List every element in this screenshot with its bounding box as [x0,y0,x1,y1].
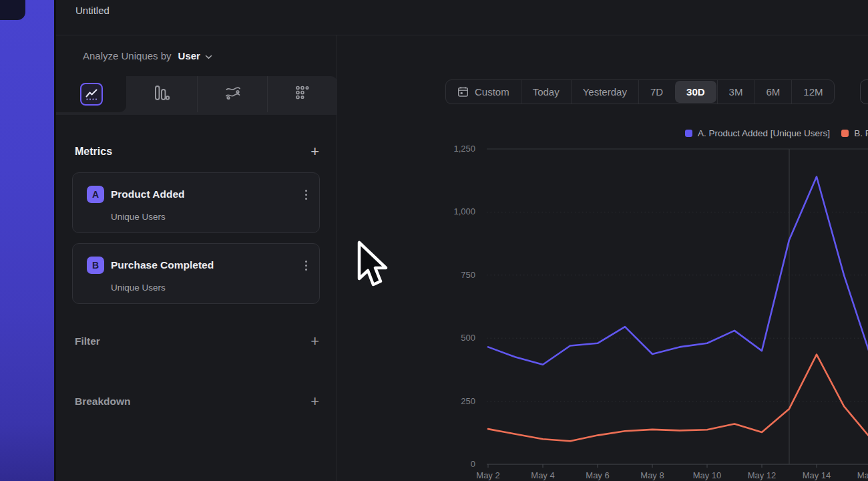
grid-chart-icon [294,85,310,104]
x-axis-label: May 16 [850,470,868,480]
metric-a-options-button[interactable] [304,188,308,201]
legend-item-a[interactable]: A. Product Added [Unique Users] [685,128,830,138]
x-axis-label: May 6 [576,470,619,480]
tab-bar-chart[interactable] [126,76,196,112]
report-title[interactable]: Untitled [75,5,110,16]
range-6m-button[interactable]: 6M [754,80,791,104]
series-line [488,177,868,365]
add-filter-button[interactable]: + [310,334,319,349]
analyze-row: Analyze Uniques by User [83,35,212,76]
y-axis-label: 250 [393,396,475,406]
bar-chart-icon [153,84,170,104]
line-chart-icon [80,83,103,106]
legend-swatch-a [685,130,692,137]
range-yesterday-button[interactable]: Yesterday [571,80,638,104]
metric-b-options-button[interactable] [304,259,308,272]
y-axis-label: 1,000 [393,206,475,216]
analyze-by-dropdown[interactable]: User [178,50,212,61]
chevron-down-icon [205,50,212,61]
x-axis-label: May 10 [686,470,728,480]
range-30d-button[interactable]: 30D [675,81,716,103]
metric-b-name: Purchase Completed [111,259,214,271]
add-breakdown-button[interactable]: + [310,394,319,409]
content-area: Untitled Analyze Uniques by User [56,0,868,481]
tab-grid-chart[interactable] [267,76,337,112]
app-root: Untitled Analyze Uniques by User [0,0,868,481]
range-today-button[interactable]: Today [521,80,571,104]
background-card-corner [0,0,25,20]
tab-flow-chart[interactable] [197,76,268,112]
tab-line-chart[interactable] [56,76,126,112]
query-sidebar: Analyze Uniques by User [56,35,337,481]
add-metric-button[interactable]: + [310,144,319,159]
x-axis-label: May 4 [521,470,564,480]
x-axis-label: May 14 [795,470,838,480]
breakdown-section-header: Breakdown + [75,391,319,412]
range-7d-button[interactable]: 7D [638,80,674,104]
compare-button[interactable]: Compare [860,79,868,104]
legend-swatch-b [841,130,849,137]
metric-b-badge: B [87,257,104,274]
y-axis-label: 0 [393,459,475,469]
flow-chart-icon [224,84,242,104]
x-axis-label: May 8 [631,470,674,480]
range-3m-button[interactable]: 3M [717,80,754,104]
metric-card-a[interactable]: A Product Added Unique Users [72,172,320,233]
legend-item-b[interactable]: B. Purchase Completed [Unique Users] [841,128,868,138]
date-range-selector: CustomTodayYesterday7D30D3M6M12M [445,79,835,104]
y-axis-label: 750 [393,270,475,280]
calendar-icon [457,86,469,98]
range-custom-button[interactable]: Custom [446,80,521,104]
metrics-heading: Metrics [75,146,112,158]
range-12m-button[interactable]: 12M [791,80,834,104]
analyze-label: Analyze Uniques by [83,50,172,61]
x-axis-label: May 12 [740,470,783,480]
y-axis-label: 500 [393,333,475,343]
y-axis-label: 1,250 [393,144,475,154]
metric-a-measure[interactable]: Unique Users [111,212,166,222]
metric-card-b[interactable]: B Purchase Completed Unique Users [72,243,320,304]
metrics-section-header: Metrics + [75,142,319,162]
chart-panel: CustomTodayYesterday7D30D3M6M12M Compare… [393,35,868,481]
series-line [488,355,868,442]
analyze-by-value: User [178,50,200,61]
filter-heading: Filter [75,335,100,347]
top-bar: Untitled [56,0,868,35]
background-gradient-strip [0,0,56,481]
chart-type-tabbar [56,76,337,115]
metric-b-measure[interactable]: Unique Users [111,283,166,293]
metric-a-name: Product Added [111,188,185,200]
chart-legend: A. Product Added [Unique Users] B. Purch… [685,128,868,138]
x-axis-label: May 2 [467,470,509,480]
breakdown-heading: Breakdown [75,395,131,408]
filter-section-header: Filter + [75,331,319,351]
metric-a-badge: A [87,186,104,203]
